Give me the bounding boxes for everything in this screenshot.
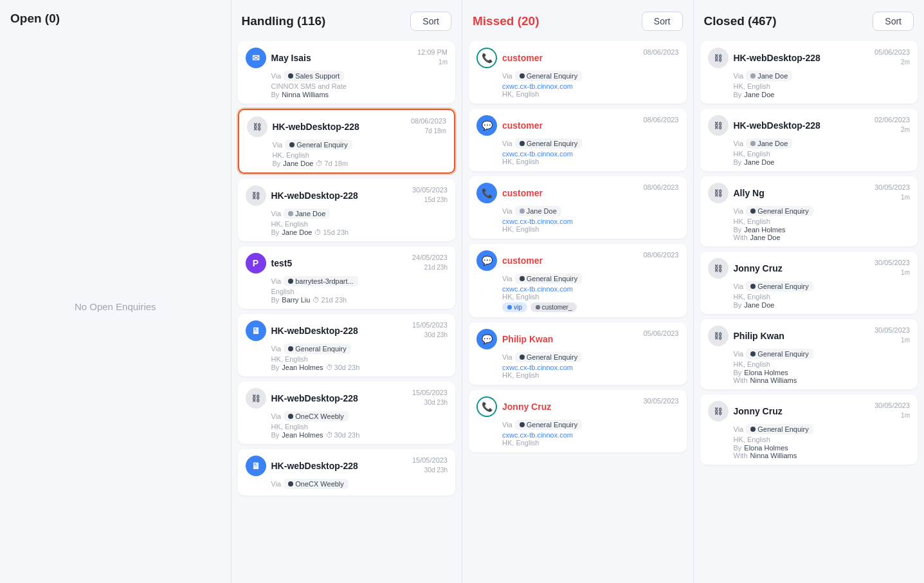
enquiry-card[interactable]: 🖥 HK-webDesktop-228 15/05/202330d 23h Vi… [238, 449, 456, 495]
enquiry-card[interactable]: 📞 customer 08/06/2023 Via Jane Doe cxwc.… [469, 176, 687, 239]
enquiry-card[interactable]: 📞 Jonny Cruz 30/05/2023 Via General Enqu… [469, 390, 687, 452]
enquiry-card[interactable]: ✉ May Isais 12:09 PM1m Via Sales Support… [238, 41, 456, 104]
card-left: 🖥 HK-webDesktop-228 [246, 320, 358, 341]
column-body: No Open Enquiries [0, 32, 231, 583]
via-badge-text: General Enquiry [527, 140, 578, 147]
by-name: Jane Doe [744, 158, 774, 166]
timer-icon: ⏱ [326, 364, 333, 371]
card-via-row: Via General Enquiry [273, 140, 447, 150]
card-link[interactable]: cxwc.cx-tb.cinnox.com [502, 364, 679, 371]
card-via-row: Via barrytest-3rdpart... [271, 276, 448, 286]
enquiry-card[interactable]: 💬 Philip Kwan 05/06/2023 Via General Enq… [469, 322, 687, 385]
via-badge-text: Jane Doe [527, 207, 557, 215]
via-label: Via [271, 210, 282, 217]
enquiry-card[interactable]: ⛓ HK-webDesktop-228 08/06/20237d 18m Via… [238, 109, 456, 174]
via-dot [520, 208, 525, 214]
avatar: ⛓ [247, 116, 267, 137]
card-header-row: 💬 Philip Kwan 05/06/2023 [476, 329, 679, 349]
by-name: Barry Liu [282, 296, 310, 304]
card-by-row: By Jane Doe [734, 91, 910, 98]
kanban-board: Open (0)No Open EnquiriesHandling (116)S… [0, 0, 924, 583]
card-name: customer [502, 255, 543, 266]
card-sub: HK, English [502, 371, 679, 379]
card-date: 15/05/202330d 23h [412, 456, 448, 476]
card-left: 💬 customer [476, 250, 543, 271]
enquiry-card[interactable]: ⛓ Philip Kwan 30/05/20231m Via General E… [700, 319, 918, 389]
via-badge: Jane Doe [515, 206, 561, 216]
via-badge: General Enquiry [515, 352, 583, 362]
via-label: Via [502, 207, 512, 215]
card-link[interactable]: cxwc.cx-tb.cinnox.com [502, 285, 679, 293]
via-dot [288, 73, 293, 79]
enquiry-card[interactable]: ⛓ Ally Ng 30/05/20231m Via General Enqui… [700, 176, 918, 246]
enquiry-card[interactable]: ⛓ HK-webDesktop-228 15/05/202330d 23h Vi… [238, 382, 456, 444]
enquiry-card[interactable]: ⛓ HK-webDesktop-228 30/05/202315d 23h Vi… [238, 179, 456, 241]
via-badge: OneCX Weebly [284, 479, 349, 489]
card-date: 05/06/2023 [643, 329, 678, 338]
via-badge: barrytest-3rdpart... [284, 276, 358, 286]
sort-button[interactable]: Sort [642, 12, 683, 31]
tag-customer: customer_ [530, 302, 577, 312]
card-date: 30/05/2023 [643, 396, 678, 406]
enquiry-card[interactable]: 💬 customer 08/06/2023 Via General Enquir… [469, 244, 687, 317]
tag-dot [536, 305, 540, 310]
card-name: customer [502, 188, 543, 198]
card-date: 30/05/202315d 23h [412, 185, 448, 205]
card-sub: HK, English [734, 217, 910, 225]
timer-badge: ⏱30d 23h [326, 364, 360, 371]
via-dot [288, 481, 293, 486]
card-header-row: ⛓ HK-webDesktop-228 08/06/20237d 18m [247, 116, 447, 137]
via-badge-text: OneCX Weebly [295, 412, 344, 420]
by-name: Elona Holmes [744, 369, 788, 376]
via-label: Via [273, 141, 283, 149]
via-dot [750, 208, 756, 214]
card-date: 15/05/202330d 23h [412, 388, 448, 408]
card-link[interactable]: cxwc.cx-tb.cinnox.com [502, 150, 679, 158]
card-sub: HK, English [502, 90, 679, 98]
enquiry-card[interactable]: 💬 customer 08/06/2023 Via General Enquir… [469, 109, 687, 171]
card-via-row: Via Jane Doe [502, 206, 679, 216]
card-left: 🖥 HK-webDesktop-228 [246, 456, 358, 476]
card-by-row: By Jean Holmes [734, 226, 910, 234]
card-link[interactable]: cxwc.cx-tb.cinnox.com [502, 217, 679, 225]
card-sub: HK, English [734, 150, 910, 158]
by-label: By [271, 364, 280, 371]
via-label: Via [734, 72, 744, 80]
avatar: 💬 [476, 329, 497, 349]
enquiry-card[interactable]: 🖥 HK-webDesktop-228 15/05/202330d 23h Vi… [238, 314, 456, 376]
card-name: May Isais [271, 53, 311, 63]
via-label: Via [502, 353, 512, 361]
via-badge: General Enquiry [515, 273, 583, 284]
card-link[interactable]: cxwc.cx-tb.cinnox.com [502, 431, 679, 439]
by-label: By [271, 228, 280, 236]
sort-button[interactable]: Sort [410, 12, 451, 31]
enquiry-card[interactable]: ⛓ Jonny Cruz 30/05/20231m Via General En… [700, 252, 918, 314]
enquiry-card[interactable]: ⛓ HK-webDesktop-228 02/06/20232m Via Jan… [700, 109, 918, 171]
with-name: Ninna Williams [750, 376, 797, 384]
card-by-row: By Jean Holmes ⏱30d 23h [271, 431, 448, 439]
enquiry-card[interactable]: P test5 24/05/202321d 23h Via barrytest-… [238, 246, 456, 309]
column-title: Closed (467) [704, 14, 777, 28]
via-badge-text: barrytest-3rdpart... [295, 277, 353, 285]
card-link[interactable]: cxwc.cx-tb.cinnox.com [502, 82, 679, 90]
card-via-row: Via Jane Doe [271, 208, 448, 219]
via-label: Via [271, 72, 282, 80]
avatar: 💬 [476, 115, 497, 136]
card-date: 15/05/202330d 23h [412, 320, 448, 340]
sort-button[interactable]: Sort [873, 12, 914, 31]
via-label: Via [734, 140, 744, 147]
by-name: Jean Holmes [282, 364, 323, 371]
via-badge: General Enquiry [285, 140, 352, 150]
via-badge: Jane Doe [746, 138, 792, 149]
enquiry-card[interactable]: ⛓ HK-webDesktop-228 05/06/20232m Via Jan… [700, 41, 918, 104]
via-dot [520, 422, 525, 427]
card-date: 02/06/20232m [874, 115, 910, 135]
card-header-row: 💬 customer 08/06/2023 [476, 115, 679, 136]
via-badge-text: Jane Doe [757, 72, 788, 80]
card-date: 08/06/20237d 18m [411, 116, 446, 136]
via-badge: General Enquiry [284, 344, 351, 354]
card-sub: HK, English [502, 158, 679, 165]
enquiry-card[interactable]: ⛓ Jonny Cruz 30/05/20231m Via General En… [700, 394, 918, 465]
enquiry-card[interactable]: 📞 customer 08/06/2023 Via General Enquir… [469, 41, 687, 104]
card-date: 08/06/2023 [643, 250, 678, 260]
